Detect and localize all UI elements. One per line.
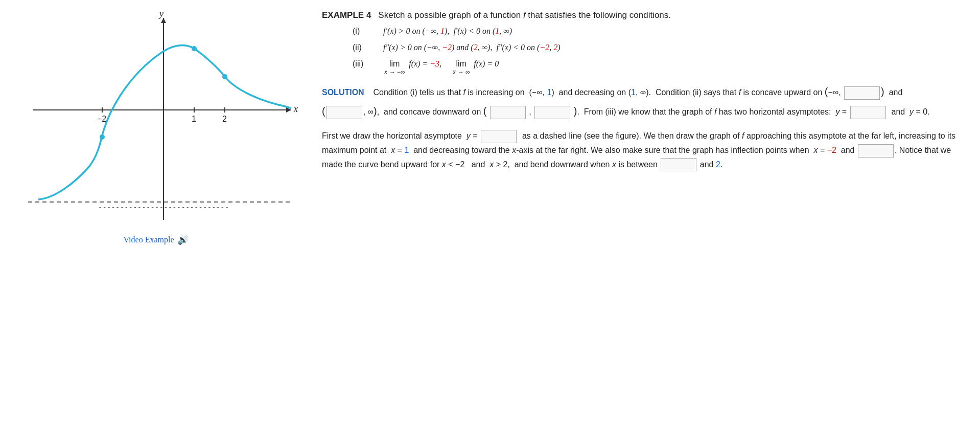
cond-label-i: (i) — [353, 27, 373, 36]
graph-container: x y −2 1 2 - - - - - - - - - - - — [13, 10, 299, 225]
limit1-display: lim x → −∞ — [384, 59, 405, 76]
condition-ii: (ii) f″(x) > 0 on (−∞, −2) and (2, ∞), f… — [353, 43, 960, 52]
example-intro: Sketch a possible graph of a function f … — [378, 10, 671, 20]
condition-i: (i) f′(x) > 0 on (−∞, 1), f′(x) < 0 on (… — [353, 27, 960, 36]
cond-content-ii: f″(x) > 0 on (−∞, −2) and (2, ∞), f″(x) … — [383, 43, 561, 52]
example-header: EXAMPLE 4 Sketch a possible graph of a f… — [322, 10, 960, 20]
svg-point-9 — [192, 46, 197, 51]
condition-iii: (iii) lim x → −∞ f(x) = −3, lim x → ∞ f(… — [353, 59, 960, 76]
cond-content-i: f′(x) > 0 on (−∞, 1), f′(x) < 0 on (1, ∞… — [383, 27, 512, 36]
right-panel: EXAMPLE 4 Sketch a possible graph of a f… — [307, 0, 980, 427]
input-box-4[interactable] — [534, 106, 570, 119]
tick-2: 2 — [222, 115, 227, 123]
input-box-5[interactable] — [850, 106, 886, 119]
f-ref2: f — [739, 88, 741, 97]
graph-svg: x y −2 1 2 - - - - - - - - - - - — [13, 10, 299, 225]
solution-text-1: SOLUTION Condition (i) tells us that f i… — [322, 83, 960, 100]
limit1-value: f(x) = −3, — [409, 59, 441, 69]
asymptote-label-neg3: - - - - - - - - - - - - - - - - - - - - … — [99, 203, 228, 211]
f-italic: f — [523, 10, 526, 20]
video-example-link[interactable]: Video Example 🔊 — [123, 234, 188, 245]
video-example-label: Video Example — [123, 235, 174, 244]
cond-content-iii: lim x → −∞ f(x) = −3, lim x → ∞ f(x) = 0 — [383, 59, 499, 76]
limit2-display: lim x → ∞ — [453, 59, 470, 76]
solution-label: SOLUTION — [322, 88, 364, 97]
x-axis-label: x — [293, 104, 298, 114]
input-box-1[interactable] — [844, 86, 880, 100]
speaker-icon: 🔊 — [177, 234, 189, 245]
f-ref1: f — [463, 88, 465, 97]
conditions-list: (i) f′(x) > 0 on (−∞, 1), f′(x) < 0 on (… — [353, 27, 960, 76]
solution-text-2: (, ∞), and concave downward on ( , ). Fr… — [322, 102, 960, 120]
cond-label-iii: (iii) — [353, 59, 373, 69]
y-axis-label: y — [158, 10, 164, 19]
example-number: EXAMPLE 4 — [322, 10, 371, 20]
input-box-6[interactable] — [481, 130, 517, 143]
limit2-value: f(x) = 0 — [474, 59, 499, 69]
input-box-3[interactable] — [490, 106, 526, 119]
input-box-2[interactable] — [326, 106, 362, 119]
f-ref4: f — [742, 131, 744, 140]
svg-point-8 — [100, 134, 105, 140]
solution-block: SOLUTION Condition (i) tells us that f i… — [322, 83, 960, 120]
svg-point-10 — [222, 74, 227, 79]
tick-1: 1 — [192, 115, 196, 123]
left-panel: x y −2 1 2 - - - - - - - - - - - — [0, 0, 307, 427]
input-box-8[interactable] — [661, 158, 696, 171]
paragraph-2: First we draw the horizontal asymptote y… — [322, 129, 960, 171]
cond-label-ii: (ii) — [353, 43, 373, 52]
tick-minus2: −2 — [97, 115, 106, 123]
f-ref3: f — [714, 107, 716, 116]
input-box-7[interactable] — [858, 144, 894, 158]
